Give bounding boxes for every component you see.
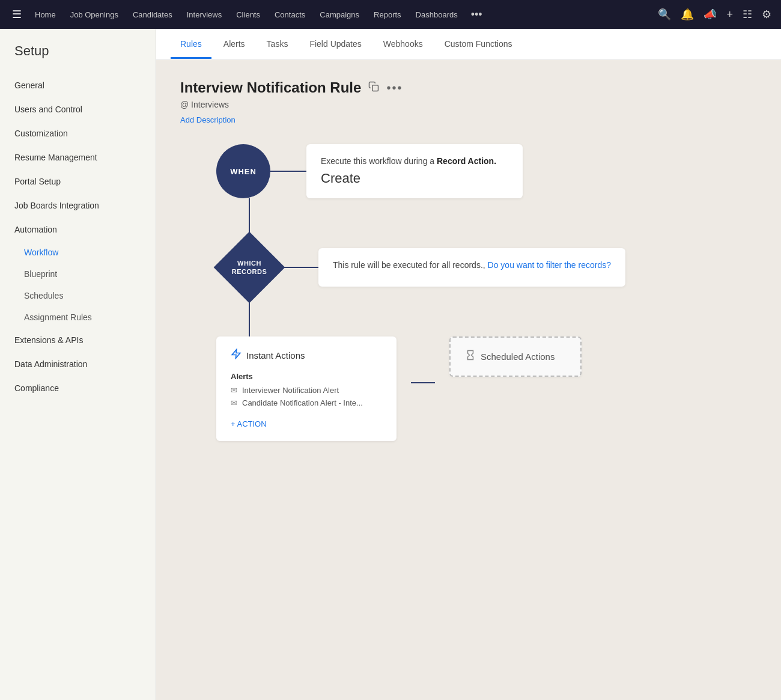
more-nav-icon[interactable]: •••	[466, 6, 487, 23]
sidebar-title: Setup	[0, 43, 156, 73]
tab-field-updates[interactable]: Field Updates	[300, 31, 371, 59]
sidebar-item-assignment-rules[interactable]: Assignment Rules	[0, 306, 156, 328]
when-node-col: WHEN	[216, 144, 270, 198]
tab-webhooks[interactable]: Webhooks	[374, 31, 433, 59]
nav-interviews[interactable]: Interviews	[181, 7, 228, 23]
svg-marker-1	[232, 350, 240, 359]
alert-item-1: ✉ Candidate Notification Alert - Inte...	[231, 398, 382, 407]
sidebar-item-customization[interactable]: Customization	[0, 121, 156, 145]
when-card-text: Execute this workflow during a Record Ac…	[321, 156, 508, 166]
topnav-icon-group: 🔍 🔔 📣 + ☷ ⚙	[655, 5, 774, 23]
nav-candidates[interactable]: Candidates	[127, 7, 178, 23]
when-h-connector	[270, 171, 306, 172]
instant-actions-card: Instant Actions Alerts ✉ Interviewer Not…	[216, 336, 397, 441]
sidebar: Setup General Users and Control Customiz…	[0, 29, 156, 700]
when-card[interactable]: Execute this workflow during a Record Ac…	[306, 144, 523, 198]
which-card[interactable]: This rule will be executed for all recor…	[318, 248, 625, 287]
rule-subtitle: @ Interviews	[180, 100, 757, 109]
sidebar-item-data-admin[interactable]: Data Administration	[0, 352, 156, 376]
scheduled-actions-card[interactable]: Scheduled Actions	[449, 336, 582, 377]
sidebar-item-workflow[interactable]: Workflow	[0, 242, 156, 263]
nav-contacts[interactable]: Contacts	[269, 7, 311, 23]
add-action-button[interactable]: + ACTION	[231, 419, 267, 428]
nav-job-openings[interactable]: Job Openings	[64, 7, 124, 23]
when-card-value: Create	[321, 171, 508, 186]
which-card-text: This rule will be executed for all recor…	[333, 260, 611, 270]
scheduled-actions-header: Scheduled Actions	[465, 350, 566, 364]
nav-dashboards[interactable]: Dashboards	[410, 7, 464, 23]
top-navigation: ☰ Home Job Openings Candidates Interview…	[0, 0, 781, 29]
sidebar-item-automation[interactable]: Automation	[0, 218, 156, 242]
settings-icon[interactable]: ⚙	[759, 5, 774, 23]
notifications-icon[interactable]: 🔔	[678, 5, 696, 23]
sidebar-item-extensions[interactable]: Extensions & APIs	[0, 328, 156, 352]
sidebar-item-schedules[interactable]: Schedules	[0, 285, 156, 306]
nav-campaigns[interactable]: Campaigns	[314, 7, 365, 23]
add-description-link[interactable]: Add Description	[180, 115, 236, 124]
hamburger-icon[interactable]: ☰	[7, 5, 26, 23]
nav-clients[interactable]: Clients	[230, 7, 266, 23]
page-content: Interview Notification Rule ••• @ Interv…	[156, 60, 781, 700]
rule-title-row: Interview Notification Rule •••	[180, 79, 757, 96]
main-layout: Setup General Users and Control Customiz…	[0, 29, 781, 700]
alerts-icon[interactable]: 📣	[701, 5, 719, 23]
alert-item-0: ✉ Interviewer Notification Alert	[231, 386, 382, 395]
when-row: WHEN Execute this workflow during a Reco…	[216, 144, 523, 198]
filter-records-link[interactable]: Do you want to filter the records?	[488, 260, 611, 270]
add-icon[interactable]: +	[724, 6, 735, 23]
sidebar-item-portal-setup[interactable]: Portal Setup	[0, 169, 156, 193]
copy-icon[interactable]	[368, 81, 379, 94]
rule-title: Interview Notification Rule	[180, 79, 361, 96]
hourglass-icon	[465, 350, 476, 364]
which-records-node[interactable]: WHICH RECORDS	[214, 232, 285, 303]
tab-alerts[interactable]: Alerts	[214, 31, 255, 59]
alert-label-0: Interviewer Notification Alert	[242, 386, 339, 395]
svg-rect-0	[372, 85, 378, 91]
tab-tasks[interactable]: Tasks	[257, 31, 298, 59]
alert-label-1: Candidate Notification Alert - Inte...	[242, 398, 363, 407]
nav-reports[interactable]: Reports	[368, 7, 407, 23]
nav-home[interactable]: Home	[29, 7, 62, 23]
more-options-icon[interactable]: •••	[386, 81, 403, 95]
apps-icon[interactable]: ☷	[740, 5, 755, 23]
tab-custom-functions[interactable]: Custom Functions	[435, 31, 522, 59]
sidebar-item-users-control[interactable]: Users and Control	[0, 97, 156, 121]
search-icon[interactable]: 🔍	[655, 5, 673, 23]
sidebar-item-general[interactable]: General	[0, 73, 156, 97]
rule-header: Interview Notification Rule ••• @ Interv…	[180, 79, 757, 125]
which-records-row: WHICH RECORDS This rule will be executed…	[216, 234, 625, 300]
sidebar-item-resume-management[interactable]: Resume Management	[0, 145, 156, 169]
which-h-connector	[282, 267, 318, 268]
actions-h-connector	[411, 382, 435, 383]
tab-rules[interactable]: Rules	[171, 31, 211, 59]
tab-bar: Rules Alerts Tasks Field Updates Webhook…	[156, 29, 781, 60]
instant-actions-label: Instant Actions	[246, 350, 305, 361]
actions-row: Instant Actions Alerts ✉ Interviewer Not…	[216, 336, 582, 441]
workflow-diagram: WHEN Execute this workflow during a Reco…	[180, 144, 757, 441]
which-records-label: WHICH RECORDS	[232, 259, 267, 276]
v-connector-1	[216, 198, 282, 234]
scheduled-actions-label: Scheduled Actions	[481, 352, 555, 362]
email-icon-1: ✉	[231, 398, 237, 407]
content-area: Rules Alerts Tasks Field Updates Webhook…	[156, 29, 781, 700]
email-icon-0: ✉	[231, 386, 237, 395]
instant-actions-icon	[231, 348, 242, 362]
sidebar-item-blueprint[interactable]: Blueprint	[0, 263, 156, 285]
sidebar-item-job-boards[interactable]: Job Boards Integration	[0, 193, 156, 218]
v-connector-2	[216, 300, 282, 336]
instant-actions-header: Instant Actions	[231, 348, 382, 362]
alerts-section-label: Alerts	[231, 372, 382, 381]
sidebar-item-compliance[interactable]: Compliance	[0, 376, 156, 400]
when-node[interactable]: WHEN	[216, 144, 270, 198]
diamond-wrapper: WHICH RECORDS	[216, 234, 282, 300]
